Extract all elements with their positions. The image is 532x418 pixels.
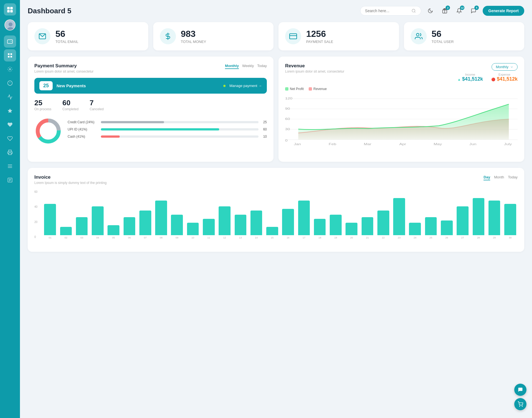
manage-payment-link[interactable]: Manage payment → [229, 84, 262, 88]
payment-stats: 25 On process 60 Completed 7 Canceled [34, 99, 267, 111]
bar[interactable] [488, 201, 500, 235]
bar[interactable] [409, 223, 421, 235]
bar-x-label: 30 [509, 236, 511, 239]
sidebar-item-print[interactable] [4, 146, 16, 158]
bar[interactable] [187, 223, 199, 235]
bar[interactable] [92, 206, 104, 235]
gift-icon-btn[interactable]: 2 [439, 6, 450, 16]
avatar[interactable] [4, 19, 16, 30]
payment-summary-title-group: Payment Summary Lorem ipsum dolor sit am… [34, 63, 93, 73]
tab-today-invoice[interactable]: Today [508, 175, 518, 180]
sidebar-item-analytics[interactable] [4, 91, 16, 103]
sidebar-item-heart2[interactable] [4, 132, 16, 145]
generate-report-button[interactable]: Generate Report [483, 6, 524, 16]
expense-label: Expense [491, 73, 518, 76]
expense-item: Expense 🔴 $41,512k [491, 73, 518, 82]
bar[interactable] [266, 227, 278, 235]
gift-badge: 2 [446, 6, 450, 10]
income-item: Income ▲ $41,512k [457, 73, 483, 82]
sidebar [0, 0, 20, 418]
tab-month-invoice[interactable]: Month [494, 175, 504, 180]
bar[interactable] [441, 220, 453, 235]
bar[interactable] [44, 204, 56, 235]
header: Dashboard 5 2 12 [28, 6, 524, 16]
search-input[interactable] [365, 9, 409, 13]
float-btn-cart[interactable] [514, 398, 526, 410]
bar-col: 19 [328, 190, 343, 239]
bar[interactable] [219, 206, 231, 235]
bar[interactable] [377, 211, 389, 235]
new-payments-label: New Payments [57, 83, 219, 88]
header-actions: 2 12 5 Generate Report [360, 6, 524, 16]
bar[interactable] [330, 215, 342, 235]
bar-col: 03 [75, 190, 89, 239]
pb-track-cc [101, 121, 259, 123]
bar[interactable] [393, 198, 405, 235]
dark-mode-toggle[interactable] [425, 6, 436, 16]
float-btn-chat[interactable] [514, 384, 526, 396]
svg-text:30: 30 [285, 128, 290, 131]
main-content: Dashboard 5 2 12 [20, 0, 532, 418]
tab-today-payment[interactable]: Today [257, 63, 267, 69]
svg-text:Apr: Apr [399, 143, 406, 146]
bar[interactable] [139, 211, 151, 235]
bar[interactable] [171, 215, 183, 235]
bar[interactable] [108, 225, 119, 235]
bar[interactable] [346, 223, 357, 235]
bar-col: 26 [439, 190, 454, 239]
bar-x-label: 12 [223, 236, 226, 239]
bar[interactable] [457, 206, 469, 235]
sidebar-logo[interactable] [4, 3, 16, 16]
invoice-subtitle: Lorem Ipsum is simply dummy text of the … [34, 181, 107, 185]
tab-monthly-payment[interactable]: Monthly [225, 63, 239, 69]
bar[interactable] [362, 217, 374, 235]
bar-x-label: 16 [287, 236, 290, 239]
tab-weekly-payment[interactable]: Weekly [242, 63, 254, 69]
pb-track-cash [101, 135, 259, 138]
sidebar-item-wallet[interactable] [4, 35, 16, 48]
sidebar-item-settings[interactable] [4, 63, 16, 75]
svg-text:July: July [504, 143, 512, 146]
ps-num-canceled: 7 [89, 99, 104, 107]
bar[interactable] [76, 217, 88, 235]
sidebar-item-star[interactable] [4, 105, 16, 117]
sidebar-item-info[interactable] [4, 77, 16, 89]
legend-label-revenue: Revenue [313, 87, 327, 91]
chat-icon-btn[interactable]: 5 [468, 6, 479, 16]
legend-dot-revenue [309, 87, 312, 91]
bar[interactable] [298, 201, 310, 235]
revenue-monthly-dropdown[interactable]: Monthly [492, 63, 518, 71]
bar[interactable] [124, 217, 135, 235]
sidebar-item-dashboard[interactable] [4, 49, 16, 61]
sidebar-item-list[interactable] [4, 174, 16, 186]
bar[interactable] [282, 209, 294, 235]
bar[interactable] [60, 227, 72, 235]
bar[interactable] [155, 201, 167, 235]
bar[interactable] [250, 211, 262, 235]
search-bar[interactable] [360, 6, 421, 16]
pb-value-cash: 10 [261, 135, 267, 139]
bar[interactable] [314, 219, 326, 235]
stat-card-user: 56 TOTAL USER [404, 22, 525, 50]
ps-label-completed: Completed [62, 107, 78, 111]
revenue-top-right: Monthly Income ▲ $41,512k Expe [457, 63, 518, 84]
bar[interactable] [203, 219, 215, 235]
tab-day-invoice[interactable]: Day [484, 175, 490, 180]
ps-canceled: 7 Canceled [89, 99, 104, 111]
payment-summary-header: Payment Summary Lorem ipsum dolor sit am… [34, 63, 267, 73]
bar-col: 25 [423, 190, 438, 239]
bar-col: 02 [58, 190, 73, 239]
bar-col: 08 [154, 190, 168, 239]
bar[interactable] [473, 198, 485, 235]
bell-icon-btn[interactable]: 12 [454, 6, 464, 16]
bar-col: 07 [138, 190, 153, 239]
bar-col: 17 [296, 190, 311, 239]
bar[interactable] [425, 217, 437, 235]
revenue-title-group: Revenue Lorem ipsum dolor sit amet, cons… [285, 63, 344, 73]
bar[interactable] [235, 215, 247, 235]
bar-x-label: 23 [398, 236, 400, 239]
stat-card-payment: 1256 PAYMENT SALE [278, 22, 399, 50]
sidebar-item-menu[interactable] [4, 160, 16, 172]
sidebar-item-heart[interactable] [4, 119, 16, 131]
bar[interactable] [504, 204, 516, 235]
